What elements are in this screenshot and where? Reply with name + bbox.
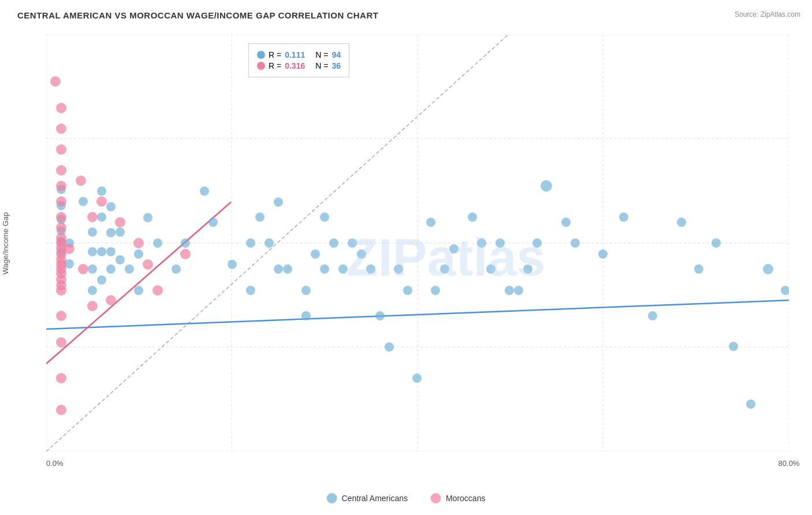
legend-label-pink: Moroccans	[446, 494, 485, 503]
svg-point-44	[153, 238, 162, 248]
legend-box-row-pink: R = 0.316 N = 36	[257, 61, 341, 70]
svg-point-31	[97, 212, 106, 222]
svg-point-71	[412, 374, 422, 383]
svg-point-80	[505, 286, 514, 295]
svg-point-30	[97, 186, 106, 196]
svg-point-76	[468, 212, 477, 222]
svg-point-56	[283, 264, 292, 274]
r-value-pink: 0.316	[285, 61, 305, 70]
svg-point-89	[648, 311, 657, 320]
svg-point-60	[320, 212, 329, 222]
svg-point-74	[440, 264, 449, 274]
svg-point-84	[541, 180, 552, 192]
svg-point-117	[56, 311, 66, 321]
svg-point-45	[172, 264, 181, 274]
x-label-start: 0.0%	[46, 459, 64, 468]
svg-point-87	[598, 249, 608, 259]
legend-dot-pink	[431, 493, 441, 503]
svg-point-47	[200, 186, 209, 196]
svg-point-40	[125, 264, 134, 274]
svg-point-128	[115, 217, 125, 227]
svg-point-79	[496, 238, 505, 248]
svg-point-62	[329, 238, 338, 248]
svg-point-37	[106, 264, 116, 274]
svg-point-82	[523, 264, 532, 274]
chart-container: CENTRAL AMERICAN VS MOROCCAN WAGE/INCOME…	[0, 0, 812, 515]
svg-point-131	[152, 285, 163, 296]
svg-point-67	[375, 311, 385, 320]
svg-point-72	[426, 218, 435, 227]
svg-point-122	[76, 176, 86, 186]
legend-box-dot-blue	[257, 51, 265, 59]
svg-point-124	[87, 212, 98, 222]
svg-point-43	[143, 213, 152, 222]
svg-point-102	[56, 181, 66, 191]
n-value-pink: 36	[331, 61, 341, 70]
svg-point-73	[431, 286, 440, 295]
svg-point-70	[403, 286, 412, 295]
n-label-pink: N =	[315, 61, 328, 70]
svg-line-16	[46, 202, 231, 364]
chart-svg: 80.0% 60.0% 40.0% 20.0%	[46, 35, 789, 451]
svg-point-118	[56, 337, 66, 348]
svg-point-77	[477, 238, 486, 248]
svg-point-57	[301, 286, 311, 295]
legend-item-blue: Central Americans	[327, 493, 408, 503]
svg-point-127	[106, 295, 116, 305]
r-label-blue: R =	[269, 50, 281, 59]
r-value-blue: 0.111	[285, 50, 305, 59]
svg-point-116	[56, 285, 66, 296]
svg-point-52	[255, 212, 265, 222]
svg-point-54	[274, 197, 283, 207]
svg-point-61	[320, 264, 329, 274]
legend-box: R = 0.111 N = 94 R = 0.316 N = 36	[248, 43, 349, 77]
svg-point-96	[781, 286, 789, 295]
source-label: Source: ZipAtlas.com	[735, 10, 800, 18]
svg-point-126	[96, 196, 107, 207]
svg-point-46	[181, 238, 190, 248]
y-axis-label: Wage/Income Gap	[0, 35, 12, 451]
svg-point-63	[338, 264, 348, 274]
legend-label-blue: Central Americans	[342, 494, 408, 503]
svg-point-105	[56, 222, 66, 233]
svg-point-85	[561, 218, 571, 227]
svg-point-41	[134, 249, 143, 259]
svg-point-101	[56, 165, 66, 176]
svg-point-86	[571, 238, 580, 248]
bottom-legend: Central Americans Moroccans	[327, 493, 486, 503]
svg-point-125	[87, 301, 98, 311]
svg-point-68	[385, 342, 394, 352]
legend-item-pink: Moroccans	[431, 493, 485, 503]
legend-box-dot-pink	[257, 62, 265, 70]
svg-point-50	[246, 238, 255, 248]
svg-point-53	[265, 238, 274, 248]
svg-point-27	[88, 247, 97, 256]
svg-point-78	[486, 264, 496, 274]
svg-point-55	[274, 264, 283, 274]
svg-point-59	[311, 249, 320, 259]
svg-point-100	[56, 144, 66, 155]
svg-point-38	[116, 227, 125, 237]
svg-point-39	[116, 255, 125, 264]
svg-point-132	[180, 249, 191, 259]
x-label-end: 80.0%	[779, 459, 800, 468]
svg-point-48	[208, 218, 218, 227]
svg-point-26	[88, 227, 97, 237]
svg-point-99	[56, 124, 66, 134]
legend-dot-blue	[327, 493, 337, 503]
r-label-pink: R =	[269, 61, 281, 70]
svg-point-91	[694, 264, 703, 274]
svg-point-121	[64, 244, 75, 254]
svg-point-25	[79, 197, 88, 206]
svg-point-93	[729, 342, 738, 351]
legend-box-row-blue: R = 0.111 N = 94	[257, 50, 341, 59]
svg-point-66	[366, 264, 375, 274]
svg-point-32	[97, 247, 106, 256]
svg-point-123	[78, 264, 88, 274]
svg-point-42	[134, 286, 143, 295]
svg-point-94	[746, 400, 755, 409]
svg-point-29	[88, 286, 97, 295]
svg-point-75	[449, 244, 459, 253]
svg-point-33	[97, 275, 106, 285]
svg-point-97	[50, 76, 61, 87]
